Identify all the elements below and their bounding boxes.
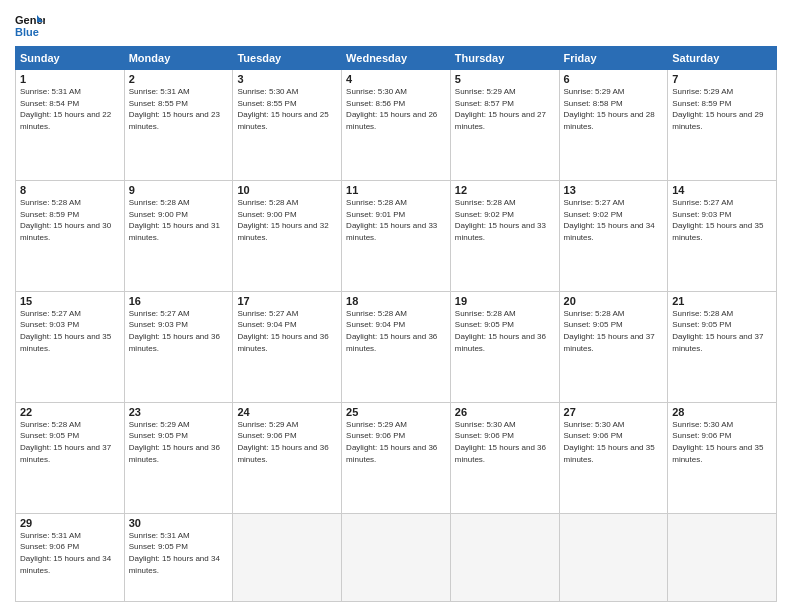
day-info: Sunrise: 5:27 AMSunset: 9:02 PMDaylight:…	[564, 197, 664, 243]
table-row: 12Sunrise: 5:28 AMSunset: 9:02 PMDayligh…	[450, 180, 559, 291]
table-row: 24Sunrise: 5:29 AMSunset: 9:06 PMDayligh…	[233, 402, 342, 513]
day-info: Sunrise: 5:29 AMSunset: 9:06 PMDaylight:…	[346, 419, 446, 465]
table-row: 9Sunrise: 5:28 AMSunset: 9:00 PMDaylight…	[124, 180, 233, 291]
day-number: 8	[20, 184, 120, 196]
day-info: Sunrise: 5:28 AMSunset: 8:59 PMDaylight:…	[20, 197, 120, 243]
day-number: 27	[564, 406, 664, 418]
day-number: 3	[237, 73, 337, 85]
table-row: 16Sunrise: 5:27 AMSunset: 9:03 PMDayligh…	[124, 291, 233, 402]
logo-icon: General Blue	[15, 10, 45, 40]
header: General Blue	[15, 10, 777, 40]
day-info: Sunrise: 5:29 AMSunset: 9:06 PMDaylight:…	[237, 419, 337, 465]
table-row: 27Sunrise: 5:30 AMSunset: 9:06 PMDayligh…	[559, 402, 668, 513]
day-number: 22	[20, 406, 120, 418]
day-number: 20	[564, 295, 664, 307]
table-row: 25Sunrise: 5:29 AMSunset: 9:06 PMDayligh…	[342, 402, 451, 513]
table-row	[668, 513, 777, 601]
day-number: 19	[455, 295, 555, 307]
table-row	[450, 513, 559, 601]
table-row: 13Sunrise: 5:27 AMSunset: 9:02 PMDayligh…	[559, 180, 668, 291]
header-wednesday: Wednesday	[342, 47, 451, 70]
day-number: 9	[129, 184, 229, 196]
table-row: 23Sunrise: 5:29 AMSunset: 9:05 PMDayligh…	[124, 402, 233, 513]
table-row: 7Sunrise: 5:29 AMSunset: 8:59 PMDaylight…	[668, 70, 777, 181]
day-number: 29	[20, 517, 120, 529]
day-info: Sunrise: 5:28 AMSunset: 9:02 PMDaylight:…	[455, 197, 555, 243]
table-row: 29Sunrise: 5:31 AMSunset: 9:06 PMDayligh…	[16, 513, 125, 601]
day-number: 12	[455, 184, 555, 196]
header-monday: Monday	[124, 47, 233, 70]
day-info: Sunrise: 5:28 AMSunset: 9:05 PMDaylight:…	[564, 308, 664, 354]
header-tuesday: Tuesday	[233, 47, 342, 70]
day-info: Sunrise: 5:28 AMSunset: 9:05 PMDaylight:…	[20, 419, 120, 465]
day-number: 28	[672, 406, 772, 418]
day-info: Sunrise: 5:28 AMSunset: 9:00 PMDaylight:…	[237, 197, 337, 243]
day-number: 15	[20, 295, 120, 307]
day-number: 24	[237, 406, 337, 418]
table-row: 26Sunrise: 5:30 AMSunset: 9:06 PMDayligh…	[450, 402, 559, 513]
day-info: Sunrise: 5:29 AMSunset: 8:58 PMDaylight:…	[564, 86, 664, 132]
header-sunday: Sunday	[16, 47, 125, 70]
calendar-row: 29Sunrise: 5:31 AMSunset: 9:06 PMDayligh…	[16, 513, 777, 601]
table-row: 1Sunrise: 5:31 AMSunset: 8:54 PMDaylight…	[16, 70, 125, 181]
day-info: Sunrise: 5:27 AMSunset: 9:03 PMDaylight:…	[672, 197, 772, 243]
table-row: 28Sunrise: 5:30 AMSunset: 9:06 PMDayligh…	[668, 402, 777, 513]
table-row: 2Sunrise: 5:31 AMSunset: 8:55 PMDaylight…	[124, 70, 233, 181]
logo: General Blue	[15, 10, 49, 40]
day-info: Sunrise: 5:27 AMSunset: 9:04 PMDaylight:…	[237, 308, 337, 354]
day-number: 10	[237, 184, 337, 196]
calendar: Sunday Monday Tuesday Wednesday Thursday…	[15, 46, 777, 602]
header-friday: Friday	[559, 47, 668, 70]
day-info: Sunrise: 5:30 AMSunset: 9:06 PMDaylight:…	[455, 419, 555, 465]
table-row: 8Sunrise: 5:28 AMSunset: 8:59 PMDaylight…	[16, 180, 125, 291]
table-row	[342, 513, 451, 601]
page: General Blue Sunday Monday Tuesday Wedne…	[0, 0, 792, 612]
day-info: Sunrise: 5:28 AMSunset: 9:05 PMDaylight:…	[672, 308, 772, 354]
day-info: Sunrise: 5:29 AMSunset: 8:59 PMDaylight:…	[672, 86, 772, 132]
day-number: 17	[237, 295, 337, 307]
table-row: 20Sunrise: 5:28 AMSunset: 9:05 PMDayligh…	[559, 291, 668, 402]
calendar-row: 1Sunrise: 5:31 AMSunset: 8:54 PMDaylight…	[16, 70, 777, 181]
day-number: 13	[564, 184, 664, 196]
table-row: 15Sunrise: 5:27 AMSunset: 9:03 PMDayligh…	[16, 291, 125, 402]
day-number: 1	[20, 73, 120, 85]
day-number: 18	[346, 295, 446, 307]
day-number: 2	[129, 73, 229, 85]
day-info: Sunrise: 5:31 AMSunset: 8:55 PMDaylight:…	[129, 86, 229, 132]
day-info: Sunrise: 5:27 AMSunset: 9:03 PMDaylight:…	[129, 308, 229, 354]
day-number: 4	[346, 73, 446, 85]
day-info: Sunrise: 5:30 AMSunset: 8:55 PMDaylight:…	[237, 86, 337, 132]
table-row: 6Sunrise: 5:29 AMSunset: 8:58 PMDaylight…	[559, 70, 668, 181]
svg-text:Blue: Blue	[15, 26, 39, 38]
table-row: 5Sunrise: 5:29 AMSunset: 8:57 PMDaylight…	[450, 70, 559, 181]
day-number: 14	[672, 184, 772, 196]
weekday-header-row: Sunday Monday Tuesday Wednesday Thursday…	[16, 47, 777, 70]
day-info: Sunrise: 5:30 AMSunset: 9:06 PMDaylight:…	[564, 419, 664, 465]
day-number: 21	[672, 295, 772, 307]
day-number: 6	[564, 73, 664, 85]
day-info: Sunrise: 5:28 AMSunset: 9:01 PMDaylight:…	[346, 197, 446, 243]
day-info: Sunrise: 5:29 AMSunset: 9:05 PMDaylight:…	[129, 419, 229, 465]
table-row: 21Sunrise: 5:28 AMSunset: 9:05 PMDayligh…	[668, 291, 777, 402]
calendar-row: 15Sunrise: 5:27 AMSunset: 9:03 PMDayligh…	[16, 291, 777, 402]
day-number: 16	[129, 295, 229, 307]
day-info: Sunrise: 5:28 AMSunset: 9:04 PMDaylight:…	[346, 308, 446, 354]
day-number: 30	[129, 517, 229, 529]
day-info: Sunrise: 5:31 AMSunset: 9:06 PMDaylight:…	[20, 530, 120, 576]
table-row: 17Sunrise: 5:27 AMSunset: 9:04 PMDayligh…	[233, 291, 342, 402]
table-row	[233, 513, 342, 601]
calendar-row: 8Sunrise: 5:28 AMSunset: 8:59 PMDaylight…	[16, 180, 777, 291]
day-number: 11	[346, 184, 446, 196]
header-thursday: Thursday	[450, 47, 559, 70]
table-row: 3Sunrise: 5:30 AMSunset: 8:55 PMDaylight…	[233, 70, 342, 181]
day-info: Sunrise: 5:29 AMSunset: 8:57 PMDaylight:…	[455, 86, 555, 132]
day-info: Sunrise: 5:28 AMSunset: 9:00 PMDaylight:…	[129, 197, 229, 243]
day-number: 25	[346, 406, 446, 418]
table-row: 11Sunrise: 5:28 AMSunset: 9:01 PMDayligh…	[342, 180, 451, 291]
table-row: 30Sunrise: 5:31 AMSunset: 9:05 PMDayligh…	[124, 513, 233, 601]
day-number: 23	[129, 406, 229, 418]
day-number: 26	[455, 406, 555, 418]
table-row: 10Sunrise: 5:28 AMSunset: 9:00 PMDayligh…	[233, 180, 342, 291]
header-saturday: Saturday	[668, 47, 777, 70]
table-row: 14Sunrise: 5:27 AMSunset: 9:03 PMDayligh…	[668, 180, 777, 291]
